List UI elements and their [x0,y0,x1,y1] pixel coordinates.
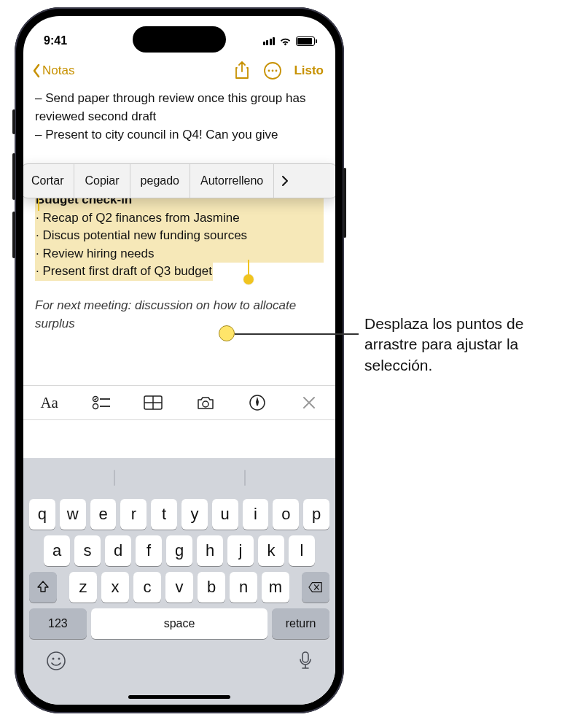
wifi-icon [279,36,292,46]
key-q[interactable]: q [29,499,55,530]
autofill-menu-item[interactable]: Autorrelleno [190,164,274,198]
key-e[interactable]: e [90,499,117,530]
svg-point-11 [203,401,208,407]
selection-handle-end[interactable] [243,274,254,284]
copy-menu-item[interactable]: Copiar [74,164,130,198]
svg-point-3 [276,70,278,72]
keyboard: qwertyuiop asdfghjkl zxcvbnm 123 space r… [23,458,335,705]
power-button[interactable] [343,168,346,238]
key-v[interactable]: v [165,572,193,603]
key-a[interactable]: a [44,535,70,566]
note-line: – Present to city council in Q4! Can you… [35,126,324,144]
svg-point-13 [47,652,65,670]
key-j[interactable]: j [227,535,254,566]
note-line: – Send paper through review once this gr… [35,90,324,125]
annotation-text: Desplaza los puntos de arrastre para aju… [364,314,569,376]
space-key[interactable]: space [91,608,267,639]
checklist-icon [92,395,111,410]
text-format-button[interactable]: Aa [31,388,69,417]
edit-menu-popover: Cortar Copiar pegado Autorrelleno [23,163,335,198]
dynamic-island [133,26,226,53]
key-k[interactable]: k [258,535,284,566]
suggestion-bar[interactable] [27,465,332,493]
share-button[interactable] [230,58,254,83]
close-icon [302,396,316,409]
key-g[interactable]: g [166,535,192,566]
chevron-right-icon [281,175,289,187]
share-icon [234,61,250,80]
callout-line [235,333,359,335]
shift-icon [36,580,50,595]
format-toolbar: Aa [23,385,335,420]
key-m[interactable]: m [262,572,289,603]
key-b[interactable]: b [198,572,225,603]
phone-frame: 9:41 Notas Listo – Send paper t [15,7,344,713]
return-key[interactable]: return [272,608,329,639]
key-w[interactable]: w [60,499,86,530]
key-i[interactable]: i [243,499,269,530]
shift-key[interactable] [29,572,57,603]
selected-line: · Present first draft of Q3 budget [35,263,213,281]
text-selection[interactable]: Budget check-in · Recap of Q2 finances f… [35,191,324,281]
volume-down[interactable] [12,212,15,258]
key-z[interactable]: z [69,572,97,603]
key-p[interactable]: p [303,499,329,530]
svg-point-6 [93,404,98,409]
key-c[interactable]: c [133,572,161,603]
cellular-icon [263,37,276,45]
callout-dot-icon [219,325,235,341]
screen: 9:41 Notas Listo – Send paper t [23,16,335,705]
mute-switch[interactable] [12,109,15,134]
volume-up[interactable] [12,153,15,200]
key-s[interactable]: s [74,535,101,566]
key-h[interactable]: h [197,535,223,566]
camera-icon [196,395,215,410]
key-l[interactable]: l [289,535,315,566]
close-toolbar-button[interactable] [290,388,328,417]
key-u[interactable]: u [212,499,238,530]
key-n[interactable]: n [230,572,257,603]
table-icon [144,395,163,410]
markup-button[interactable] [238,388,276,417]
ellipsis-circle-icon [263,61,282,80]
svg-point-14 [52,658,55,660]
key-x[interactable]: x [101,572,129,603]
svg-point-2 [272,70,274,72]
svg-rect-16 [302,652,308,662]
selected-line: · Discus potential new funding sources [35,227,324,245]
battery-icon [296,36,315,46]
selected-line: · Recap of Q2 finances from Jasmine [35,209,324,228]
nav-bar: Notas Listo [23,55,335,89]
selected-line: · Review hiring needs [35,245,324,263]
markup-icon [249,395,265,411]
callout [219,315,357,352]
more-menu-arrow[interactable] [274,164,296,198]
chevron-left-icon [32,63,41,78]
back-label: Notas [42,63,74,78]
key-r[interactable]: r [120,499,147,530]
delete-icon [308,580,323,595]
dictation-key[interactable] [298,651,313,671]
back-button[interactable]: Notas [32,63,74,78]
numbers-key[interactable]: 123 [29,608,87,639]
status-time: 9:41 [44,34,67,47]
key-y[interactable]: y [181,499,208,530]
svg-point-1 [268,70,270,72]
cut-menu-item[interactable]: Cortar [23,164,74,198]
home-indicator[interactable] [128,695,230,699]
key-f[interactable]: f [136,535,162,566]
key-t[interactable]: t [151,499,177,530]
more-button[interactable] [260,58,285,83]
svg-point-15 [58,658,60,660]
checklist-button[interactable] [82,388,120,417]
done-button[interactable]: Listo [291,63,327,78]
key-o[interactable]: o [273,499,299,530]
emoji-key[interactable] [46,651,66,671]
paste-menu-item[interactable]: pegado [130,164,190,198]
table-button[interactable] [134,388,172,417]
key-d[interactable]: d [105,535,131,566]
note-body[interactable]: – Send paper through review once this gr… [23,90,335,333]
camera-button[interactable] [187,388,224,417]
delete-key[interactable] [302,572,329,603]
